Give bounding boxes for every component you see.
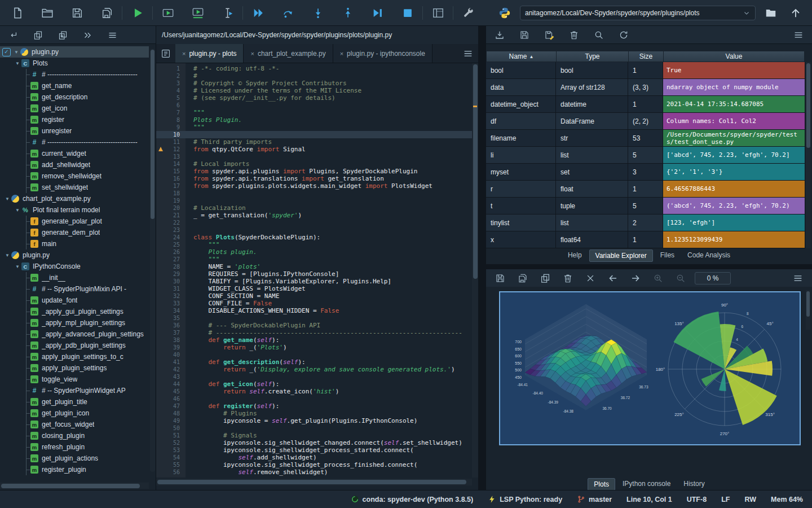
copy-icon[interactable] <box>29 28 46 42</box>
cell-value[interactable]: Column names: Col1, Col2 <box>663 113 805 130</box>
variable-row[interactable]: mysetset3{'2', '1', '3'} <box>486 164 805 181</box>
outline-item[interactable]: mget_focus_widget <box>0 419 149 430</box>
console-tab-history[interactable]: History <box>678 478 710 491</box>
duplicate-icon[interactable] <box>54 28 71 42</box>
outline-item[interactable]: m_apply_gui_plugin_settings <box>0 306 149 317</box>
debug-icon[interactable] <box>243 3 273 23</box>
trash-icon[interactable] <box>565 28 583 42</box>
outline-item[interactable]: ## -- SpyderPluginWidget AP <box>0 385 149 396</box>
working-directory-field[interactable]: anitagomez/Local/Dev-Spyder/spyder/spyde… <box>520 6 756 20</box>
scrollbar-thumb[interactable] <box>806 63 810 148</box>
plot-figure[interactable]: 700650600550500450-84.41-84.40-84.39-84.… <box>499 291 801 445</box>
outline-item[interactable]: munregister <box>0 125 149 137</box>
variable-row[interactable]: dfDataFrame(2, 2)Column names: Col1, Col… <box>486 113 805 130</box>
pane-tab-help[interactable]: Help <box>562 249 588 262</box>
refresh-icon[interactable] <box>615 28 633 42</box>
pane-tab-code-analysis[interactable]: Code Analysis <box>682 249 736 262</box>
plots-menu-icon[interactable] <box>789 271 806 286</box>
new-file-icon[interactable] <box>2 3 32 23</box>
outline-item[interactable]: m_apply_mpl_plugin_settings <box>0 317 149 329</box>
status-item[interactable]: conda: spyder-dev (Python 3.8.5) <box>351 495 474 503</box>
trash-icon[interactable] <box>559 271 576 286</box>
collapse-arrow-icon[interactable]: ▼ <box>14 208 21 213</box>
panel-splitter[interactable] <box>478 26 486 490</box>
outline-item[interactable]: mtoggle_view <box>0 374 149 385</box>
outline-item[interactable]: ## -------------------------------------… <box>0 69 149 80</box>
arrow-right-icon[interactable] <box>627 271 644 286</box>
variable-row[interactable]: boolbool1True <box>486 62 805 79</box>
run-cell-icon[interactable] <box>153 3 183 23</box>
console-tab-plots[interactable]: Plots <box>588 478 615 491</box>
variable-row[interactable]: datetime_objectdatetime12021-04-14 17:35… <box>486 96 805 113</box>
outline-item[interactable]: m_apply_pdb_plugin_settings <box>0 340 149 351</box>
cell-value[interactable]: [123, 'efgh'] <box>663 214 805 231</box>
outline-item[interactable]: mget_plugin_icon <box>0 408 149 419</box>
code-area[interactable]: 1# -*- coding: utf-8 -*-2#3# Copyright ©… <box>156 63 472 478</box>
editor-tab[interactable]: ×chart_plot_example.py <box>244 44 333 63</box>
status-item[interactable]: UTF-8 <box>687 496 707 503</box>
outline-item[interactable]: mget_name <box>0 80 149 91</box>
outline-item[interactable]: mget_icon <box>0 103 149 114</box>
scrollbar-thumb[interactable] <box>151 50 155 219</box>
save-icon[interactable] <box>492 271 509 286</box>
variable-row[interactable]: tinylistlist2[123, 'efgh'] <box>486 214 805 231</box>
outline-item[interactable]: mget_plugin_title <box>0 396 149 408</box>
outline-item[interactable]: madd_shellwidget <box>0 159 149 170</box>
outline-horizontal-scrollbar[interactable] <box>0 483 149 489</box>
outline-item[interactable]: mapply_plugin_settings <box>0 362 149 374</box>
debug-continue-icon[interactable] <box>363 3 392 23</box>
variable-row[interactable]: xfloat6411.1235123099439 <box>486 231 805 248</box>
stop-icon[interactable] <box>392 3 422 23</box>
variable-row[interactable]: lilist5['abcd', 745, 2.23, 'efgh', 70.2] <box>486 147 805 164</box>
cell-value[interactable]: /Users/Documents/spyder/spyder/tests/tes… <box>663 130 805 147</box>
pane-tab-variable-explorer[interactable]: Variable Explorer <box>589 249 653 262</box>
zoom-in-icon[interactable] <box>650 271 667 286</box>
return-arrow-icon[interactable] <box>5 28 21 42</box>
column-header-name[interactable]: Name▲ <box>487 51 557 62</box>
outline-item[interactable]: mget_plugin_actions <box>0 453 149 464</box>
outline-vertical-scrollbar[interactable] <box>150 49 155 472</box>
parent-directory-button[interactable] <box>786 3 805 23</box>
menu-icon[interactable] <box>104 28 121 42</box>
cell-value[interactable]: {'2', '1', '3'} <box>663 164 805 181</box>
collapse-arrow-icon[interactable]: ▼ <box>3 253 11 258</box>
collapse-arrow-icon[interactable]: ▼ <box>3 196 11 202</box>
run-icon[interactable] <box>122 3 152 23</box>
cell-value[interactable]: 6.46567886443 <box>663 181 805 198</box>
maximize-pane-icon[interactable] <box>423 3 453 23</box>
outline-item[interactable]: mregister_plugin <box>0 464 149 475</box>
column-header-value[interactable]: Value <box>664 51 805 62</box>
zoom-level-field[interactable]: 0 % <box>695 272 731 284</box>
outline-item[interactable]: mget_description <box>0 91 149 103</box>
status-item[interactable]: LSP Python: ready <box>488 495 562 503</box>
scrollbar-thumb[interactable] <box>157 480 466 484</box>
step-over-icon[interactable] <box>273 3 303 23</box>
import-data-icon[interactable] <box>491 28 509 42</box>
save-all-icon[interactable] <box>514 271 531 286</box>
browse-directory-button[interactable] <box>761 3 780 23</box>
variable-row[interactable]: dataArray of str128(3, 3)ndarray object … <box>486 79 805 96</box>
outline-item[interactable]: mset_shellwidget <box>0 182 149 193</box>
outline-item[interactable]: ## -------------------------------------… <box>0 137 149 148</box>
status-item[interactable]: Line 10, Col 1 <box>626 496 672 503</box>
outline-item[interactable]: ## -- SpyderPluginMixin API - <box>0 283 149 295</box>
double-chevron-icon[interactable] <box>79 28 96 42</box>
save-icon[interactable] <box>515 28 533 42</box>
scrollbar-thumb[interactable] <box>473 64 478 279</box>
tabs-menu-icon[interactable] <box>458 44 478 63</box>
column-header-type[interactable]: Type <box>557 51 629 62</box>
close-tab-icon[interactable]: × <box>250 50 254 57</box>
console-tab-ipython-console[interactable]: IPython console <box>617 478 676 491</box>
run-cell-advance-icon[interactable] <box>183 3 213 23</box>
editor-horizontal-scrollbar[interactable] <box>156 479 472 485</box>
close-tab-icon[interactable]: × <box>340 50 343 57</box>
step-out-icon[interactable] <box>333 3 363 23</box>
column-header-size[interactable]: Size <box>629 51 664 62</box>
table-vertical-scrollbar[interactable] <box>806 62 811 248</box>
run-selection-icon[interactable] <box>213 3 242 23</box>
scrollbar-thumb[interactable] <box>1 484 140 488</box>
save-as-icon[interactable] <box>540 28 558 42</box>
collapse-arrow-icon[interactable]: ▼ <box>14 61 21 66</box>
status-item[interactable]: Mem 64% <box>771 496 803 503</box>
save-all-icon[interactable] <box>92 3 122 23</box>
